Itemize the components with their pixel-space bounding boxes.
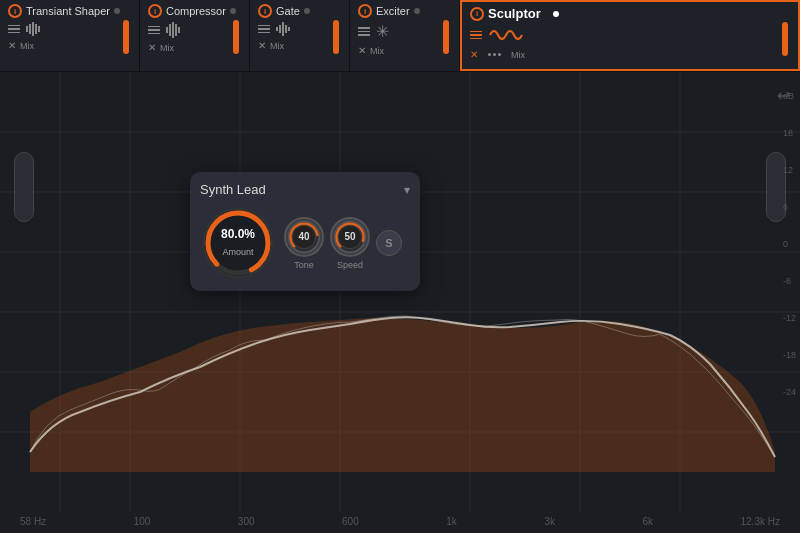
module-transiant-shaper-label: Transiant Shaper — [26, 5, 110, 17]
module-fader[interactable] — [123, 20, 129, 54]
module-power-icon[interactable]: i — [258, 4, 272, 18]
module-fader[interactable] — [233, 20, 239, 54]
freq-label-600: 600 — [342, 516, 359, 527]
module-menu-icon[interactable] — [258, 25, 270, 34]
tone-knob-group: 40 Tone — [284, 217, 324, 270]
module-mix-label: Mix — [270, 41, 284, 51]
main-content: ↩ Synth Lead ▾ — [0, 72, 800, 533]
amount-unit-label: Amount — [222, 247, 253, 257]
module-exciter-label: Exciter — [376, 5, 410, 17]
module-transiant-shaper[interactable]: i Transiant Shaper ✕ Mix — [0, 0, 140, 71]
db-label-neg24: -24 — [783, 388, 796, 397]
tone-knob[interactable]: 40 — [284, 217, 324, 257]
module-menu-icon[interactable] — [8, 25, 20, 34]
freq-label-100: 100 — [134, 516, 151, 527]
module-power-icon[interactable]: i — [148, 4, 162, 18]
freq-label-12k: 12.3k Hz — [740, 516, 779, 527]
module-dots-icon[interactable] — [488, 53, 501, 56]
module-power-icon[interactable]: i — [8, 4, 22, 18]
db-label-neg12: -12 — [783, 314, 796, 323]
popup-header: Synth Lead ▾ — [200, 182, 410, 197]
module-waveform-icon — [26, 22, 40, 36]
popup-controls: 80.0% Amount — [200, 205, 410, 281]
module-mix-label: Mix — [160, 43, 174, 53]
module-menu-icon[interactable] — [148, 26, 160, 35]
amount-knob[interactable]: 80.0% Amount — [200, 205, 276, 281]
popup-panel: Synth Lead ▾ 80.0% Amount — [190, 172, 420, 291]
module-bypass-dot[interactable] — [414, 8, 420, 14]
db-label-12: 12 — [783, 166, 796, 175]
freq-label-58hz: 58 Hz — [20, 516, 46, 527]
module-mix-label: Mix — [20, 41, 34, 51]
freq-labels: 58 Hz 100 300 600 1k 3k 6k 12.3k Hz — [0, 516, 800, 527]
db-label-header: dB — [783, 92, 796, 101]
module-power-icon[interactable]: i — [358, 4, 372, 18]
module-close-icon[interactable]: ✕ — [470, 49, 478, 60]
db-labels: dB 18 12 6 0 -6 -12 -18 -24 — [783, 92, 796, 425]
db-label-18: 18 — [783, 129, 796, 138]
chevron-down-icon[interactable]: ▾ — [404, 183, 410, 197]
module-menu-icon[interactable] — [470, 31, 482, 40]
module-bypass-dot[interactable] — [553, 11, 559, 17]
freq-label-3k: 3k — [544, 516, 555, 527]
s-button[interactable]: S — [376, 230, 402, 256]
amount-label-group: 80.0% Amount — [221, 227, 255, 259]
module-mix-label: Mix — [370, 46, 384, 56]
spectrum-display — [0, 72, 800, 533]
module-close-icon[interactable]: ✕ — [148, 42, 156, 53]
module-close-icon[interactable]: ✕ — [258, 40, 266, 51]
module-mix-label: Mix — [511, 50, 525, 60]
module-sculptor[interactable]: i Sculptor ✕ Mix — [460, 0, 800, 71]
tone-value: 40 — [298, 231, 309, 242]
module-exciter[interactable]: i Exciter ✳ ✕ Mix — [350, 0, 460, 71]
amount-value: 80.0% — [221, 227, 255, 241]
sculptor-wave-icon — [488, 25, 524, 45]
db-label-neg6: -6 — [783, 277, 796, 286]
freq-label-300: 300 — [238, 516, 255, 527]
module-compressor-label: Compressor — [166, 5, 226, 17]
s-button-label: S — [385, 237, 392, 249]
preset-name-label: Synth Lead — [200, 182, 266, 197]
module-fader[interactable] — [443, 20, 449, 54]
speed-knob[interactable]: 50 — [330, 217, 370, 257]
tone-label: Tone — [294, 260, 314, 270]
module-bypass-dot[interactable] — [304, 8, 310, 14]
module-sculptor-label: Sculptor — [488, 6, 541, 21]
module-gate[interactable]: i Gate ✕ Mix — [250, 0, 350, 71]
speed-knob-group: 50 Speed — [330, 217, 370, 270]
module-bypass-dot[interactable] — [230, 8, 236, 14]
module-gate-label: Gate — [276, 5, 300, 17]
freq-label-6k: 6k — [642, 516, 653, 527]
module-power-icon[interactable]: i — [470, 7, 484, 21]
module-menu-icon[interactable] — [358, 27, 370, 36]
top-bar: i Transiant Shaper ✕ Mix i Compressor — [0, 0, 800, 72]
module-bypass-dot[interactable] — [114, 8, 120, 14]
left-range-handle[interactable] — [14, 152, 34, 222]
module-compressor[interactable]: i Compressor ✕ Mix — [140, 0, 250, 71]
speed-label: Speed — [337, 260, 363, 270]
db-label-0: 0 — [783, 240, 796, 249]
speed-value: 50 — [344, 231, 355, 242]
module-waveform-icon — [276, 22, 290, 36]
module-close-icon[interactable]: ✕ — [8, 40, 16, 51]
module-close-icon[interactable]: ✕ — [358, 45, 366, 56]
freq-label-1k: 1k — [446, 516, 457, 527]
module-fader[interactable] — [782, 22, 788, 56]
db-label-neg18: -18 — [783, 351, 796, 360]
small-knobs-row: 40 Tone 50 — [284, 217, 402, 270]
module-fader[interactable] — [333, 20, 339, 54]
exciter-starburst-icon: ✳ — [376, 22, 389, 41]
module-waveform-icon — [166, 22, 180, 38]
db-label-6: 6 — [783, 203, 796, 212]
